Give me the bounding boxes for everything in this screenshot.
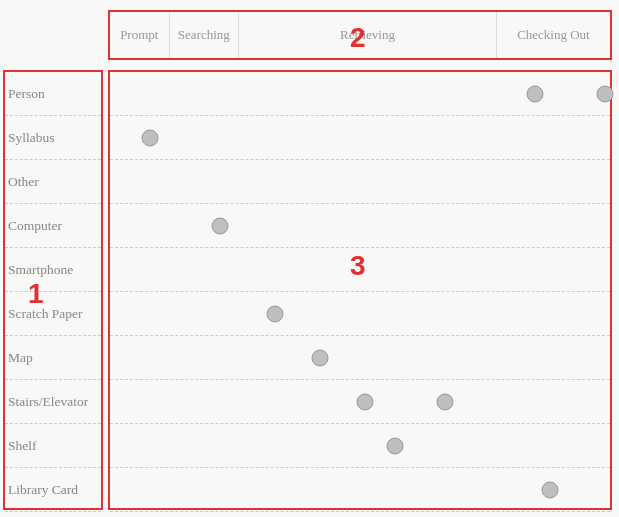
column-header: Checking Out [497,12,610,58]
row-label: Scratch Paper [5,292,101,336]
row-label-text: Syllabus [8,130,55,146]
data-point [212,217,229,234]
plot-row [110,468,610,512]
row-label: Smartphone [5,248,101,292]
row-label-text: Other [8,174,39,190]
row-label: Other [5,160,101,204]
column-header: Prompt [110,12,170,58]
row-label-text: Scratch Paper [8,306,83,322]
plot-row [110,336,610,380]
plot-row [110,248,610,292]
plot-row [110,424,610,468]
row-label-text: Smartphone [8,262,73,278]
chart-container: PromptSearchingRetrievingChecking Out Pe… [0,0,619,517]
row-label: Map [5,336,101,380]
plot-row [110,380,610,424]
row-label: Library Card [5,468,101,512]
data-point [542,481,559,498]
plot-row [110,204,610,248]
plot-row [110,116,610,160]
column-header-row: PromptSearchingRetrievingChecking Out [108,10,612,60]
row-label: Syllabus [5,116,101,160]
row-label: Shelf [5,424,101,468]
data-point [142,129,159,146]
plot-area [108,70,612,510]
column-header: Searching [170,12,239,58]
data-point [437,393,454,410]
row-label-text: Stairs/Elevator [8,394,88,410]
row-label-text: Computer [8,218,62,234]
column-header-label: Prompt [120,27,158,43]
data-point [267,305,284,322]
plot-row [110,160,610,204]
plot-row [110,292,610,336]
row-label: Stairs/Elevator [5,380,101,424]
column-header-label: Retrieving [340,27,395,43]
data-point [387,437,404,454]
column-header: Retrieving [239,12,497,58]
row-label: Computer [5,204,101,248]
data-point [312,349,329,366]
row-label-text: Library Card [8,482,78,498]
data-point [597,85,614,102]
column-header-label: Searching [178,27,230,43]
row-label: Person [5,72,101,116]
plot-row [110,72,610,116]
row-label-text: Map [8,350,33,366]
row-label-text: Shelf [8,438,37,454]
row-label-text: Person [8,86,45,102]
data-point [527,85,544,102]
data-point [357,393,374,410]
column-header-label: Checking Out [517,27,590,43]
row-label-sidebar: PersonSyllabusOtherComputerSmartphoneScr… [3,70,103,510]
